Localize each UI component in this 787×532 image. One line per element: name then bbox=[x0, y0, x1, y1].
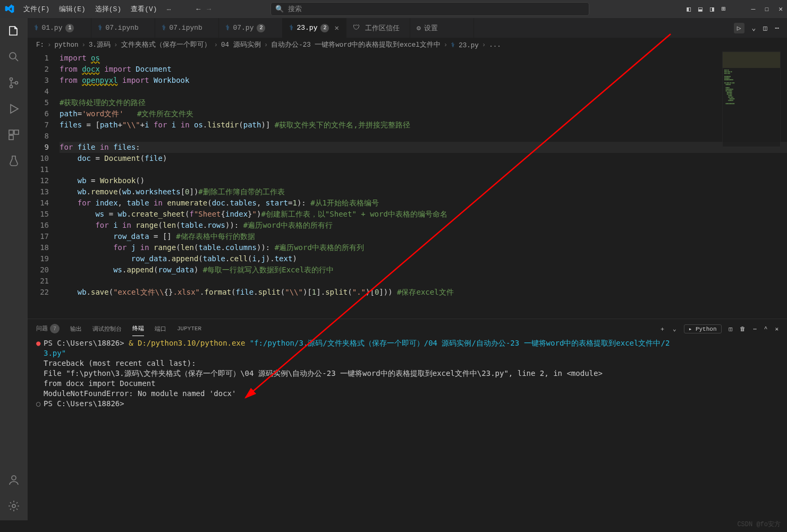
run-debug-icon[interactable] bbox=[7, 102, 20, 115]
breadcrumb-segment[interactable]: ⚕ 23.py bbox=[451, 41, 479, 49]
tab-label: 07.ipynb bbox=[105, 24, 138, 32]
tab-label: 01.py bbox=[41, 24, 62, 32]
svg-line-1 bbox=[15, 58, 18, 61]
tab-close-icon[interactable]: ✕ bbox=[334, 23, 339, 32]
tab-label: 设置 bbox=[424, 23, 438, 33]
maximize-panel-icon[interactable]: ^ bbox=[764, 325, 768, 332]
layout-bottom-icon[interactable]: ⬓ bbox=[698, 5, 703, 13]
editor-tab[interactable]: ⚕01.py1 bbox=[28, 18, 91, 38]
svg-point-9 bbox=[12, 504, 15, 508]
nav-back-icon[interactable]: ← bbox=[196, 5, 200, 13]
breadcrumbs[interactable]: F:›python›3.源码›文件夹格式（保存一个即可）›04 源码实例›自动办… bbox=[28, 38, 787, 52]
svg-point-0 bbox=[10, 53, 16, 59]
watermark: CSDN @fo安方 bbox=[737, 520, 781, 529]
svg-point-8 bbox=[12, 476, 16, 480]
gear-icon: ⚙ bbox=[417, 24, 421, 32]
new-terminal-icon[interactable]: ＋ bbox=[659, 325, 665, 333]
tab-debug-console[interactable]: 调试控制台 bbox=[92, 322, 122, 336]
testing-icon[interactable] bbox=[7, 155, 20, 167]
editor-tab[interactable]: 🛡工作区信任 bbox=[346, 18, 410, 38]
python-icon: ⚕ bbox=[98, 23, 102, 32]
python-icon: ⚕ bbox=[162, 23, 166, 32]
source-control-icon[interactable] bbox=[7, 76, 20, 89]
nav-forward-icon[interactable]: → bbox=[207, 5, 211, 13]
editor-tab[interactable]: ⚕07.ipynb bbox=[91, 18, 155, 38]
tab-label: 23.py bbox=[297, 24, 317, 32]
vscode-logo-icon bbox=[4, 4, 15, 14]
close-panel-icon[interactable]: ✕ bbox=[775, 325, 778, 332]
tab-dirty-badge: 2 bbox=[320, 24, 329, 32]
run-button-icon[interactable]: ▷ bbox=[734, 23, 744, 33]
breadcrumb-segment[interactable]: 文件夹格式（保存一个即可） bbox=[121, 40, 211, 49]
minimap[interactable]: ████ ██████ ████ ██████ ████████████████… bbox=[722, 52, 781, 147]
layout-grid-icon[interactable]: ⊞ bbox=[722, 5, 726, 13]
editor-tab[interactable]: ⚙设置 bbox=[410, 18, 474, 38]
tab-dirty-badge: 2 bbox=[257, 24, 265, 32]
editor-tab[interactable]: ⚕23.py2✕ bbox=[283, 18, 346, 38]
nav-arrows: ← → bbox=[196, 5, 211, 13]
explorer-icon[interactable] bbox=[7, 24, 20, 37]
account-icon[interactable] bbox=[7, 474, 20, 486]
svg-rect-5 bbox=[9, 130, 13, 134]
tab-label: 07.py bbox=[233, 24, 253, 32]
tab-label: 工作区信任 bbox=[365, 23, 400, 33]
breadcrumb-segment[interactable]: F: bbox=[36, 41, 44, 49]
extensions-icon[interactable] bbox=[7, 128, 20, 141]
menu-item[interactable]: 选择(S) bbox=[91, 2, 125, 16]
svg-rect-6 bbox=[14, 130, 19, 134]
search-icon: 🔍 bbox=[275, 5, 284, 13]
settings-gear-icon[interactable] bbox=[7, 500, 20, 512]
close-icon[interactable]: ✕ bbox=[778, 5, 783, 13]
command-center-search[interactable]: 🔍 搜索 bbox=[270, 2, 589, 16]
more-actions-icon[interactable]: ⋯ bbox=[775, 24, 779, 32]
terminal-dropdown-icon[interactable]: ⌄ bbox=[673, 325, 676, 332]
breadcrumb-segment[interactable]: 3.源码 bbox=[89, 40, 111, 49]
tab-ports[interactable]: 端口 bbox=[155, 322, 166, 336]
layout-right-icon[interactable]: ◨ bbox=[710, 5, 714, 13]
breadcrumb-segment[interactable]: ... bbox=[489, 41, 501, 49]
breadcrumb-segment[interactable]: python bbox=[55, 41, 79, 49]
editor-tab[interactable]: ⚕07.py2 bbox=[219, 18, 283, 38]
minimize-icon[interactable]: — bbox=[751, 5, 756, 13]
maximize-icon[interactable]: ☐ bbox=[765, 5, 769, 13]
svg-rect-7 bbox=[9, 135, 13, 140]
menu-item[interactable]: 文件(F) bbox=[19, 2, 54, 16]
terminal-type-label[interactable]: ▸ Python bbox=[684, 324, 722, 333]
search-placeholder: 搜索 bbox=[288, 4, 302, 14]
menu-item[interactable]: … bbox=[163, 2, 175, 16]
bottom-panel: 问题7 输出 调试控制台 终端 端口 JUPYTER ＋ ⌄ ▸ Python … bbox=[28, 319, 787, 520]
code-view[interactable]: import osfrom docx import Documentfrom o… bbox=[60, 52, 787, 319]
menu-bar: 文件(F)编辑(E)选择(S)查看(V)… bbox=[19, 2, 175, 16]
editor-tab[interactable]: ⚕07.ipynb bbox=[155, 18, 219, 38]
terminal-output[interactable]: ●PS C:\Users\18826> & D:/python3.10/pyth… bbox=[28, 338, 787, 520]
menu-item[interactable]: 编辑(E) bbox=[55, 2, 89, 16]
tabs-bar: ⚕01.py1⚕07.ipynb⚕07.ipynb⚕07.py2⚕23.py2✕… bbox=[28, 18, 787, 38]
shield-icon: 🛡 bbox=[353, 24, 360, 32]
breadcrumb-segment[interactable]: 04 源码实例 bbox=[221, 40, 261, 49]
python-icon: ⚕ bbox=[225, 23, 230, 32]
split-editor-icon[interactable]: ◫ bbox=[763, 24, 767, 32]
tab-dirty-badge: 1 bbox=[65, 24, 74, 32]
tab-jupyter[interactable]: JUPYTER bbox=[177, 322, 201, 335]
kill-terminal-icon[interactable]: 🗑 bbox=[740, 325, 746, 332]
menu-item[interactable]: 查看(V) bbox=[126, 2, 161, 16]
tabs-actions: ▷ ⌄ ◫ ⋯ bbox=[734, 18, 787, 38]
search-icon[interactable] bbox=[7, 50, 20, 63]
editor-content[interactable]: 12345678910111213141516171819202122 impo… bbox=[28, 52, 787, 319]
svg-point-3 bbox=[10, 85, 13, 88]
svg-point-2 bbox=[10, 78, 13, 81]
split-terminal-icon[interactable]: ◫ bbox=[729, 325, 733, 332]
svg-point-4 bbox=[15, 82, 18, 84]
tab-terminal[interactable]: 终端 bbox=[132, 321, 144, 336]
layout-left-icon[interactable]: ◧ bbox=[687, 5, 691, 13]
titlebar: 文件(F)编辑(E)选择(S)查看(V)… ← → 🔍 搜索 ◧ ⬓ ◨ ⊞ —… bbox=[0, 0, 787, 18]
line-gutter: 12345678910111213141516171819202122 bbox=[28, 52, 60, 319]
tab-label: 07.ipynb bbox=[169, 24, 202, 32]
panel-more-icon[interactable]: ⋯ bbox=[753, 325, 757, 332]
run-dropdown-icon[interactable]: ⌄ bbox=[752, 24, 756, 32]
tab-problems[interactable]: 问题7 bbox=[36, 321, 60, 337]
panel-tabs: 问题7 输出 调试控制台 终端 端口 JUPYTER ＋ ⌄ ▸ Python … bbox=[28, 319, 787, 338]
tab-output[interactable]: 输出 bbox=[70, 322, 82, 336]
editor-area: ⚕01.py1⚕07.ipynb⚕07.ipynb⚕07.py2⚕23.py2✕… bbox=[28, 18, 787, 520]
breadcrumb-segment[interactable]: 自动办公-23 一键将word中的表格提取到excel文件中 bbox=[271, 40, 441, 49]
